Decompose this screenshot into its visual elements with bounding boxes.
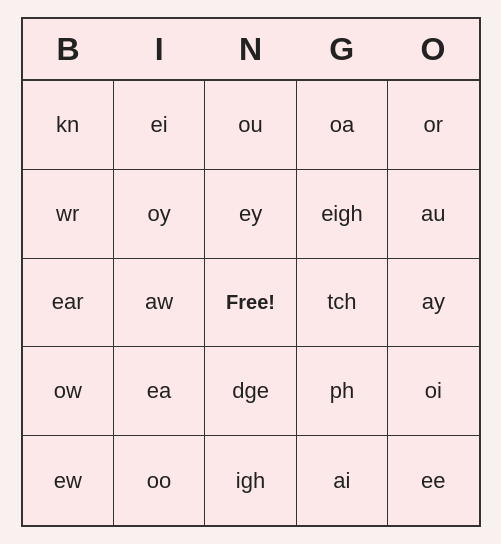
bingo-row: wroyeyeighau <box>23 170 479 259</box>
bingo-cell: ee <box>388 436 478 525</box>
bingo-cell: eigh <box>297 170 388 259</box>
header-letter: N <box>205 19 296 79</box>
bingo-cell: ph <box>297 347 388 436</box>
header-letter: B <box>23 19 114 79</box>
bingo-cell: ea <box>114 347 205 436</box>
bingo-cell: wr <box>23 170 114 259</box>
bingo-cell: Free! <box>205 259 296 348</box>
bingo-row: oweadgephoi <box>23 347 479 436</box>
bingo-cell: dge <box>205 347 296 436</box>
bingo-cell: au <box>388 170 478 259</box>
bingo-cell: ay <box>388 259 478 348</box>
header-letter: I <box>114 19 205 79</box>
bingo-cell: oy <box>114 170 205 259</box>
header-letter: O <box>387 19 478 79</box>
bingo-cell: ei <box>114 81 205 170</box>
bingo-grid: kneiouoaorwroyeyeighauearawFree!tchayowe… <box>23 79 479 525</box>
bingo-cell: ai <box>297 436 388 525</box>
bingo-cell: igh <box>205 436 296 525</box>
bingo-cell: ou <box>205 81 296 170</box>
bingo-cell: tch <box>297 259 388 348</box>
bingo-row: earawFree!tchay <box>23 259 479 348</box>
bingo-card: BINGO kneiouoaorwroyeyeighauearawFree!tc… <box>21 17 481 527</box>
bingo-cell: oi <box>388 347 478 436</box>
bingo-cell: kn <box>23 81 114 170</box>
bingo-row: ewooighaiee <box>23 436 479 525</box>
bingo-cell: oa <box>297 81 388 170</box>
bingo-cell: ear <box>23 259 114 348</box>
bingo-header: BINGO <box>23 19 479 79</box>
bingo-cell: oo <box>114 436 205 525</box>
bingo-cell: ey <box>205 170 296 259</box>
bingo-row: kneiouoaor <box>23 81 479 170</box>
bingo-cell: ew <box>23 436 114 525</box>
bingo-cell: ow <box>23 347 114 436</box>
bingo-cell: aw <box>114 259 205 348</box>
header-letter: G <box>296 19 387 79</box>
bingo-cell: or <box>388 81 478 170</box>
